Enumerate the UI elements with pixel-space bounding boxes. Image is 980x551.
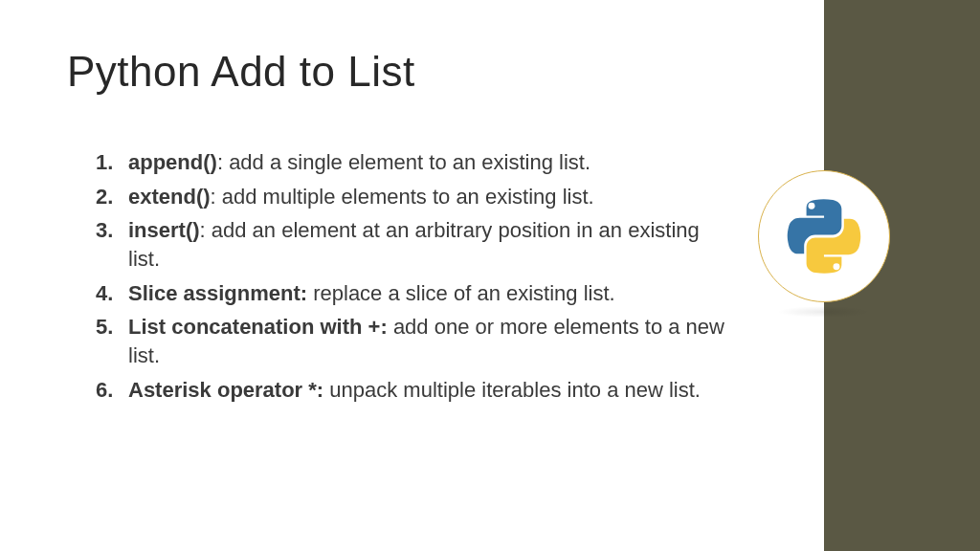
item-desc: replace a slice of an existing list.: [313, 281, 615, 305]
item-text: Slice assignment: replace a slice of an …: [128, 279, 615, 308]
python-logo-icon: [787, 199, 861, 274]
item-bold: insert(): [128, 218, 200, 242]
item-bold: List concatenation with +:: [128, 315, 388, 339]
item-text: insert(): add an element at an arbitrary…: [128, 216, 732, 273]
logo-circle: [758, 170, 890, 302]
page-title: Python Add to List: [67, 48, 415, 96]
item-bold: extend(): [128, 185, 211, 209]
list-item: 3. insert(): add an element at an arbitr…: [96, 216, 732, 273]
item-bold: Slice assignment:: [128, 281, 307, 305]
list-body: 1. append(): add a single element to an …: [96, 148, 732, 410]
item-sep: :: [217, 150, 229, 174]
item-number: 2.: [96, 183, 128, 211]
item-bold: Asterisk operator *:: [128, 378, 323, 402]
list-item: 6. Asterisk operator *: unpack multiple …: [96, 376, 732, 405]
item-desc: unpack multiple iterables into a new lis…: [329, 378, 701, 402]
item-desc: add an element at an arbitrary position …: [128, 218, 700, 271]
item-number: 1.: [96, 148, 128, 177]
list-item: 5. List concatenation with +: add one or…: [96, 313, 732, 369]
list-item: 4. Slice assignment: replace a slice of …: [96, 279, 732, 308]
svg-point-1: [834, 263, 840, 270]
item-number: 6.: [96, 376, 128, 405]
item-sep: :: [200, 218, 212, 242]
item-bold: append(): [128, 150, 217, 174]
item-number: 5.: [96, 313, 128, 342]
item-text: extend(): add multiple elements to an ex…: [128, 183, 594, 211]
item-number: 4.: [96, 279, 128, 308]
item-text: append(): add a single element to an exi…: [128, 148, 590, 177]
item-desc: add a single element to an existing list…: [229, 150, 590, 174]
svg-point-0: [809, 203, 815, 209]
item-sep: :: [211, 185, 222, 209]
item-text: Asterisk operator *: unpack multiple ite…: [128, 376, 701, 405]
logo-shadow: [777, 306, 871, 318]
item-desc: add multiple elements to an existing lis…: [222, 185, 594, 209]
slide: Python Add to List 1. append(): add a si…: [0, 0, 980, 551]
list-item: 1. append(): add a single element to an …: [96, 148, 732, 177]
item-text: List concatenation with +: add one or mo…: [128, 313, 732, 369]
item-number: 3.: [96, 216, 128, 245]
list-item: 2. extend(): add multiple elements to an…: [96, 183, 732, 211]
